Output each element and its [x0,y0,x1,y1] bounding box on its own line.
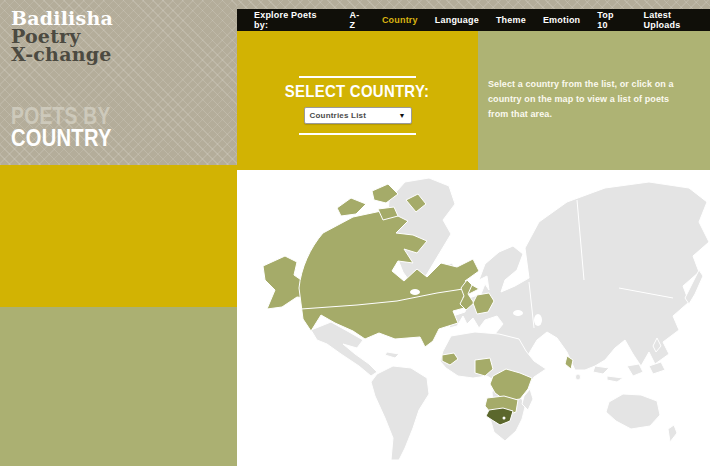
select-country-panel: SELECT COUNTRY: Countries List ▼ [237,31,478,170]
map-region-arctic-island-1[interactable] [337,198,366,216]
brand-header: Badilisha Poetry X-change POETS BY COUNT… [0,0,237,165]
nav-item-top-10[interactable]: Top 10 [597,10,626,30]
map-caspian-sea [534,314,542,326]
map-region-australia [606,394,660,429]
map-region-south-america [371,366,429,460]
divider-top [299,76,416,78]
map-great-lakes [410,289,420,295]
nav-item-language[interactable]: Language [435,15,479,25]
map-region-cuba [385,352,399,358]
instruction-panel: Select a country from the list, or click… [478,31,710,170]
page-title: POETS BY COUNTRY [11,106,237,148]
map-region-sri-lanka [576,374,581,380]
map-region-new-guinea [649,362,665,374]
world-map[interactable] [237,170,710,466]
left-sage-block [0,307,237,466]
select-country-heading: SELECT COUNTRY: [285,83,429,100]
page-title-line-2: COUNTRY [11,127,112,148]
instruction-text: Select a country from the list, or click… [488,77,688,122]
map-lesotho [503,417,506,420]
map-region-sumatra [593,366,609,374]
nav-item-latest-uploads[interactable]: Latest Uploads [644,10,710,30]
logo-line-3: X-change [11,45,237,63]
left-sidebar: Badilisha Poetry X-change POETS BY COUNT… [0,0,237,466]
divider-bottom [299,133,416,135]
nav-item-country[interactable]: Country [382,15,418,25]
badilisha-poets-by-country-page: Badilisha Poetry X-change POETS BY COUNT… [0,0,710,466]
nav-item-a-z[interactable]: A-Z [349,10,364,30]
map-region-new-zealand [668,425,677,442]
countries-dropdown-value: Countries List [310,111,367,120]
nav-item-theme[interactable]: Theme [496,15,526,25]
left-gold-block [0,165,237,307]
chevron-down-icon: ▼ [399,112,406,119]
countries-dropdown[interactable]: Countries List ▼ [304,107,412,124]
top-chevron-strip [237,0,710,9]
site-logo[interactable]: Badilisha Poetry X-change [11,9,237,63]
nav-item-emotion[interactable]: Emotion [543,15,580,25]
main-nav: Explore Poets by: A-Z Country Language T… [237,9,710,31]
nav-prefix-label: Explore Poets by: [254,10,332,30]
map-black-sea [513,310,523,316]
map-region-java [607,376,623,382]
